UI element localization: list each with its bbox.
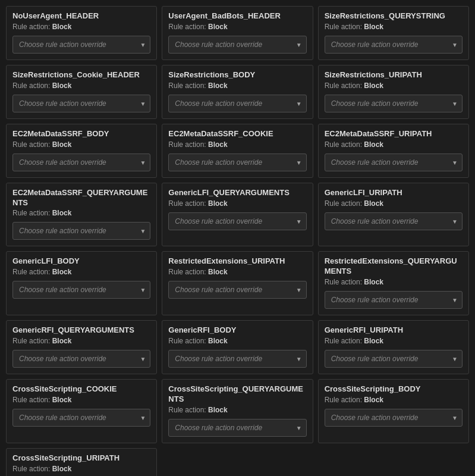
rule-action-override-dropdown[interactable]: Choose rule action overrideAllowBlockCou… <box>168 36 306 54</box>
rule-action-label: Rule action: Block <box>12 82 150 90</box>
rule-name: CrossSiteScripting_URIPATH <box>12 453 150 464</box>
rule-action-override-dropdown[interactable]: Choose rule action overrideAllowBlockCou… <box>12 350 150 368</box>
rule-card-21: CrossSiteScripting_BODYRule action: Bloc… <box>318 379 469 443</box>
dropdown-wrapper: Choose rule action overrideAllowBlockCou… <box>12 222 150 240</box>
rule-action-override-dropdown[interactable]: Choose rule action overrideAllowBlockCou… <box>325 409 463 427</box>
dropdown-wrapper: Choose rule action overrideAllowBlockCou… <box>168 36 306 54</box>
rule-action-override-dropdown[interactable]: Choose rule action overrideAllowBlockCou… <box>325 350 463 368</box>
rule-action-label: Rule action: Block <box>325 140 463 149</box>
rule-action-label: Rule action: Block <box>168 199 306 208</box>
rule-action-label: Rule action: Block <box>168 82 306 90</box>
rule-action-override-dropdown[interactable]: Choose rule action overrideAllowBlockCou… <box>325 95 463 112</box>
rule-card-2: UserAgent_BadBots_HEADERRule action: Blo… <box>162 6 313 60</box>
rule-name: EC2MetaDataSSRF_QUERYARGUMENTS <box>12 188 150 208</box>
dropdown-wrapper: Choose rule action overrideAllowBlockCou… <box>325 291 463 309</box>
rule-name: EC2MetaDataSSRF_URIPATH <box>325 129 463 139</box>
rule-action-label: Rule action: Block <box>325 82 463 90</box>
rule-name: CrossSiteScripting_BODY <box>325 384 463 394</box>
rule-card-14: RestrictedExtensions_URIPATHRule action:… <box>162 251 313 315</box>
rule-action-override-dropdown[interactable]: Choose rule action overrideAllowBlockCou… <box>168 350 306 368</box>
rule-action-label: Rule action: Block <box>325 396 463 404</box>
rule-name: SizeRestrictions_Cookie_HEADER <box>12 70 150 80</box>
rule-card-1: NoUserAgent_HEADERRule action: BlockChoo… <box>6 6 157 60</box>
rule-name: GenericRFI_BODY <box>168 325 306 336</box>
rule-name: GenericRFI_URIPATH <box>325 325 463 336</box>
rule-card-15: RestrictedExtensions_QUERYARGUMENTSRule … <box>318 251 469 315</box>
rule-card-10: EC2MetaDataSSRF_QUERYARGUMENTSRule actio… <box>6 183 157 247</box>
dropdown-wrapper: Choose rule action overrideAllowBlockCou… <box>168 95 306 112</box>
dropdown-wrapper: Choose rule action overrideAllowBlockCou… <box>12 409 150 427</box>
dropdown-wrapper: Choose rule action overrideAllowBlockCou… <box>325 154 463 171</box>
rule-card-4: SizeRestrictions_Cookie_HEADERRule actio… <box>6 65 157 119</box>
rule-name: EC2MetaDataSSRF_BODY <box>12 129 150 139</box>
rule-name: EC2MetaDataSSRF_COOKIE <box>168 129 306 139</box>
rule-action-override-dropdown[interactable]: Choose rule action overrideAllowBlockCou… <box>12 409 150 427</box>
rule-action-label: Rule action: Block <box>168 268 306 276</box>
rule-action-label: Rule action: Block <box>12 396 150 404</box>
rule-action-override-dropdown[interactable]: Choose rule action overrideAllowBlockCou… <box>12 281 150 299</box>
rule-action-label: Rule action: Block <box>168 406 306 414</box>
dropdown-wrapper: Choose rule action overrideAllowBlockCou… <box>325 350 463 368</box>
rule-action-label: Rule action: Block <box>12 23 150 31</box>
rule-card-22: CrossSiteScripting_URIPATHRule action: B… <box>6 448 157 476</box>
rule-name: GenericLFI_URIPATH <box>325 188 463 198</box>
rule-action-override-dropdown[interactable]: Choose rule action overrideAllowBlockCou… <box>168 281 306 299</box>
dropdown-wrapper: Choose rule action overrideAllowBlockCou… <box>168 281 306 299</box>
dropdown-wrapper: Choose rule action overrideAllowBlockCou… <box>325 95 463 112</box>
rule-name: RestrictedExtensions_QUERYARGUMENTS <box>325 256 463 277</box>
dropdown-wrapper: Choose rule action overrideAllowBlockCou… <box>168 212 306 230</box>
rule-action-override-dropdown[interactable]: Choose rule action overrideAllowBlockCou… <box>12 36 150 54</box>
rule-action-override-dropdown[interactable]: Choose rule action overrideAllowBlockCou… <box>168 419 306 437</box>
rule-card-20: CrossSiteScripting_QUERYARGUMENTSRule ac… <box>162 379 313 443</box>
rule-name: UserAgent_BadBots_HEADER <box>168 11 306 21</box>
rule-card-19: CrossSiteScripting_COOKIERule action: Bl… <box>6 379 157 443</box>
rule-action-label: Rule action: Block <box>325 23 463 31</box>
rule-card-13: GenericLFI_BODYRule action: BlockChoose … <box>6 251 157 315</box>
rule-action-override-dropdown[interactable]: Choose rule action overrideAllowBlockCou… <box>325 36 463 54</box>
rule-action-override-dropdown[interactable]: Choose rule action overrideAllowBlockCou… <box>12 95 150 112</box>
rule-action-override-dropdown[interactable]: Choose rule action overrideAllowBlockCou… <box>325 291 463 309</box>
dropdown-wrapper: Choose rule action overrideAllowBlockCou… <box>325 36 463 54</box>
rule-action-label: Rule action: Block <box>325 278 463 286</box>
dropdown-wrapper: Choose rule action overrideAllowBlockCou… <box>12 350 150 368</box>
dropdown-wrapper: Choose rule action overrideAllowBlockCou… <box>325 212 463 230</box>
rules-grid: NoUserAgent_HEADERRule action: BlockChoo… <box>6 6 469 476</box>
rule-name: SizeRestrictions_QUERYSTRING <box>325 11 463 21</box>
rule-action-label: Rule action: Block <box>12 337 150 345</box>
rule-name: RestrictedExtensions_URIPATH <box>168 256 306 267</box>
rule-action-label: Rule action: Block <box>12 140 150 149</box>
rule-name: SizeRestrictions_BODY <box>168 70 306 80</box>
rule-action-label: Rule action: Block <box>168 23 306 31</box>
dropdown-wrapper: Choose rule action overrideAllowBlockCou… <box>168 154 306 171</box>
dropdown-wrapper: Choose rule action overrideAllowBlockCou… <box>168 419 306 437</box>
rule-card-6: SizeRestrictions_URIPATHRule action: Blo… <box>318 65 469 119</box>
rule-action-override-dropdown[interactable]: Choose rule action overrideAllowBlockCou… <box>325 212 463 230</box>
rule-card-5: SizeRestrictions_BODYRule action: BlockC… <box>162 65 313 119</box>
rule-card-18: GenericRFI_URIPATHRule action: BlockChoo… <box>318 320 469 374</box>
rule-action-override-dropdown[interactable]: Choose rule action overrideAllowBlockCou… <box>168 212 306 230</box>
rule-action-label: Rule action: Block <box>325 337 463 345</box>
rule-action-label: Rule action: Block <box>12 209 150 217</box>
rule-card-11: GenericLFI_QUERYARGUMENTSRule action: Bl… <box>162 183 313 247</box>
rule-action-override-dropdown[interactable]: Choose rule action overrideAllowBlockCou… <box>168 154 306 171</box>
rule-action-override-dropdown[interactable]: Choose rule action overrideAllowBlockCou… <box>325 154 463 171</box>
rule-action-override-dropdown[interactable]: Choose rule action overrideAllowBlockCou… <box>12 154 150 171</box>
rule-action-label: Rule action: Block <box>168 337 306 345</box>
rule-name: NoUserAgent_HEADER <box>12 11 150 21</box>
rule-card-17: GenericRFI_BODYRule action: BlockChoose … <box>162 320 313 374</box>
rule-card-8: EC2MetaDataSSRF_COOKIERule action: Block… <box>162 124 313 178</box>
rule-name: GenericLFI_QUERYARGUMENTS <box>168 188 306 198</box>
rule-action-label: Rule action: Block <box>12 268 150 276</box>
rule-card-9: EC2MetaDataSSRF_URIPATHRule action: Bloc… <box>318 124 469 178</box>
rule-action-override-dropdown[interactable]: Choose rule action overrideAllowBlockCou… <box>168 95 306 112</box>
rule-name: CrossSiteScripting_COOKIE <box>12 384 150 394</box>
rule-card-12: GenericLFI_URIPATHRule action: BlockChoo… <box>318 183 469 247</box>
rule-card-7: EC2MetaDataSSRF_BODYRule action: BlockCh… <box>6 124 157 178</box>
dropdown-wrapper: Choose rule action overrideAllowBlockCou… <box>12 154 150 171</box>
dropdown-wrapper: Choose rule action overrideAllowBlockCou… <box>12 281 150 299</box>
rule-name: SizeRestrictions_URIPATH <box>325 70 463 80</box>
dropdown-wrapper: Choose rule action overrideAllowBlockCou… <box>168 350 306 368</box>
rule-action-override-dropdown[interactable]: Choose rule action overrideAllowBlockCou… <box>12 222 150 240</box>
rule-action-label: Rule action: Block <box>168 140 306 149</box>
rule-card-16: GenericRFI_QUERYARGUMENTSRule action: Bl… <box>6 320 157 374</box>
